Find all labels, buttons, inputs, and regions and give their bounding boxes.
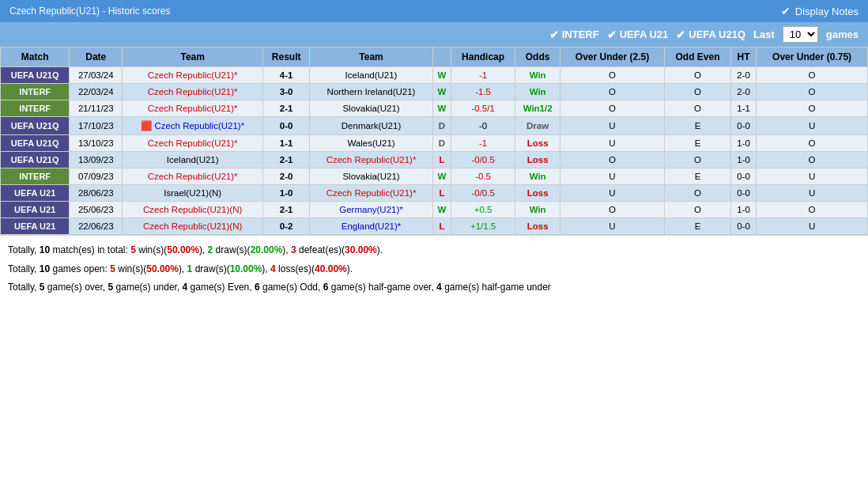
cell-wdl: L bbox=[432, 185, 451, 202]
cell-result: 3-0 bbox=[263, 84, 310, 100]
cell-team2: Slovakia(U21) bbox=[310, 100, 433, 117]
cell-wdl: W bbox=[432, 202, 451, 218]
table-row: UEFA U21Q 13/10/23 Czech Republic(U21)* … bbox=[1, 135, 868, 152]
cell-oe: O bbox=[665, 185, 731, 202]
cell-ou075: O bbox=[757, 84, 868, 100]
table-row: UEFA U21 25/06/23 Czech Republic(U21)(N)… bbox=[1, 202, 868, 218]
cell-wdl: W bbox=[432, 100, 451, 117]
cell-oe: O bbox=[665, 202, 731, 218]
uefau21q-check-icon: ✔ bbox=[676, 28, 685, 41]
cell-odds: Win1/2 bbox=[515, 100, 560, 117]
cell-ou075: U bbox=[757, 185, 868, 202]
table-row: UEFA U21Q 27/03/24 Czech Republic(U21)* … bbox=[1, 67, 868, 84]
cell-odds: Loss bbox=[515, 135, 560, 152]
cell-team1: Czech Republic(U21)* bbox=[123, 67, 263, 84]
cell-date: 07/09/23 bbox=[70, 168, 123, 185]
cell-date: 21/11/23 bbox=[70, 100, 123, 117]
cell-ht: 0-0 bbox=[730, 185, 756, 202]
cell-ht: 1-1 bbox=[730, 100, 756, 117]
col-result: Result bbox=[263, 47, 310, 67]
cell-ou075: O bbox=[757, 135, 868, 152]
cell-ou25: U bbox=[560, 135, 664, 152]
cell-oe: E bbox=[665, 168, 731, 185]
col-match: Match bbox=[1, 47, 70, 67]
filter-interf[interactable]: ✔ INTERF bbox=[549, 28, 599, 41]
cell-match-type: UEFA U21Q bbox=[1, 152, 70, 168]
filter-uefau21[interactable]: ✔ UEFA U21 bbox=[607, 28, 669, 41]
cell-date: 22/03/24 bbox=[70, 84, 123, 100]
cell-ou25: O bbox=[560, 67, 664, 84]
col-date: Date bbox=[70, 47, 123, 67]
cell-oe: E bbox=[665, 218, 731, 235]
cell-date: 22/06/23 bbox=[70, 218, 123, 235]
cell-oe: O bbox=[665, 84, 731, 100]
cell-ht: 1-0 bbox=[730, 135, 756, 152]
cell-date: 25/06/23 bbox=[70, 202, 123, 218]
page-title: Czech Republic(U21) - Historic scores bbox=[9, 6, 170, 17]
cell-odds: Loss bbox=[515, 185, 560, 202]
cell-team1: Czech Republic(U21)* bbox=[123, 168, 263, 185]
cell-ou25: U bbox=[560, 218, 664, 235]
cell-match-type: INTERF bbox=[1, 84, 70, 100]
display-notes-label: Display Notes bbox=[795, 6, 859, 17]
table-container: Match Date Team Result Team Handicap Odd… bbox=[0, 47, 868, 235]
summary-section: Totally, 10 match(es) in total: 5 win(s)… bbox=[0, 235, 868, 304]
cell-team2: Iceland(U21) bbox=[310, 67, 433, 84]
header: Czech Republic(U21) - Historic scores ✔ … bbox=[0, 0, 868, 22]
games-select[interactable]: 5 10 15 20 bbox=[783, 26, 818, 43]
display-notes-toggle[interactable]: ✔ Display Notes bbox=[781, 5, 859, 17]
cell-wdl: W bbox=[432, 168, 451, 185]
cell-ht: 0-0 bbox=[730, 117, 756, 135]
cell-result: 0-0 bbox=[263, 117, 310, 135]
filter-bar: ✔ INTERF ✔ UEFA U21 ✔ UEFA U21Q Last 5 1… bbox=[0, 22, 868, 47]
cell-oe: O bbox=[665, 100, 731, 117]
cell-ou25: U bbox=[560, 117, 664, 135]
cell-ht: 2-0 bbox=[730, 84, 756, 100]
cell-handicap: -1.5 bbox=[451, 84, 515, 100]
cell-match-type: UEFA U21 bbox=[1, 218, 70, 235]
cell-team2: Denmark(U21) bbox=[310, 117, 433, 135]
cell-team1: Israel(U21)(N) bbox=[123, 185, 263, 202]
cell-ou25: U bbox=[560, 185, 664, 202]
summary-line2: Totally, 10 games open: 5 win(s)(50.00%)… bbox=[8, 261, 860, 278]
cell-ou075: U bbox=[757, 117, 868, 135]
cell-ou25: O bbox=[560, 100, 664, 117]
cell-date: 17/10/23 bbox=[70, 117, 123, 135]
cell-date: 28/06/23 bbox=[70, 185, 123, 202]
cell-oe: E bbox=[665, 117, 731, 135]
cell-handicap: -1 bbox=[451, 135, 515, 152]
cell-match-type: UEFA U21Q bbox=[1, 117, 70, 135]
cell-ou25: U bbox=[560, 168, 664, 185]
table-row: UEFA U21Q 13/09/23 Iceland(U21) 2-1 Czec… bbox=[1, 152, 868, 168]
cell-ht: 2-0 bbox=[730, 67, 756, 84]
cell-odds: Loss bbox=[515, 218, 560, 235]
cell-team2: Czech Republic(U21)* bbox=[310, 185, 433, 202]
cell-team2: Wales(U21) bbox=[310, 135, 433, 152]
cell-handicap: -0 bbox=[451, 117, 515, 135]
col-ou25: Over Under (2.5) bbox=[560, 47, 664, 67]
table-row: INTERF 07/09/23 Czech Republic(U21)* 2-0… bbox=[1, 168, 868, 185]
col-spacer bbox=[432, 47, 451, 67]
cell-ou25: O bbox=[560, 152, 664, 168]
cell-match-type: INTERF bbox=[1, 168, 70, 185]
cell-team1: Czech Republic(U21)(N) bbox=[123, 202, 263, 218]
cell-handicap: -1 bbox=[451, 67, 515, 84]
col-ht: HT bbox=[730, 47, 756, 67]
cell-ou25: O bbox=[560, 202, 664, 218]
cell-ou075: U bbox=[757, 218, 868, 235]
cell-result: 2-1 bbox=[263, 100, 310, 117]
cell-handicap: -0.5/1 bbox=[451, 100, 515, 117]
cell-ou075: O bbox=[757, 67, 868, 84]
cell-ou25: O bbox=[560, 84, 664, 100]
summary-line3: Totally, 5 game(s) over, 5 game(s) under… bbox=[8, 279, 860, 297]
cell-ou075: O bbox=[757, 100, 868, 117]
interf-label: INTERF bbox=[562, 28, 599, 40]
filter-uefau21q[interactable]: ✔ UEFA U21Q bbox=[676, 28, 745, 41]
cell-ht: 1-0 bbox=[730, 152, 756, 168]
games-label: games bbox=[826, 28, 859, 40]
cell-odds: Win bbox=[515, 202, 560, 218]
cell-result: 0-2 bbox=[263, 218, 310, 235]
cell-match-type: UEFA U21Q bbox=[1, 135, 70, 152]
cell-ou075: O bbox=[757, 152, 868, 168]
cell-odds: Win bbox=[515, 168, 560, 185]
